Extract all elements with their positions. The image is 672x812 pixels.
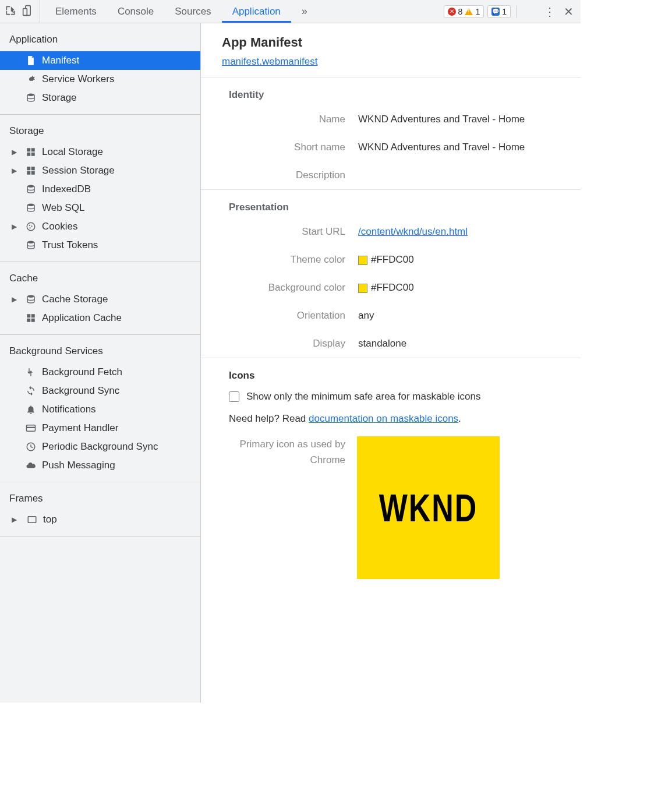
svg-rect-9 <box>27 171 30 175</box>
maskable-checkbox-row: Show only the minimum safe area for mask… <box>229 386 581 407</box>
svg-rect-19 <box>27 314 30 317</box>
field-value: WKND Adventures and Travel - Home <box>358 114 525 125</box>
icons-heading: Icons <box>201 358 581 386</box>
disclosure-triangle-icon[interactable]: ▶ <box>12 295 17 303</box>
field-start-url: Start URL /content/wknd/us/en.html <box>201 218 581 246</box>
sidebar-item-trust-tokens[interactable]: Trust Tokens <box>0 236 200 255</box>
disclosure-triangle-icon[interactable]: ▶ <box>12 516 17 524</box>
sidebar-item-manifest[interactable]: Manifest <box>0 51 200 70</box>
field-value: standalone <box>358 338 406 349</box>
disclosure-triangle-icon[interactable]: ▶ <box>12 167 17 175</box>
page-title: App Manifest <box>201 35 581 56</box>
disclosure-triangle-icon[interactable]: ▶ <box>12 223 17 231</box>
sidebar-item-notifications[interactable]: Notifications <box>0 400 200 419</box>
field-value: any <box>358 310 374 322</box>
sidebar-item-cache-storage[interactable]: ▶ Cache Storage <box>0 290 200 309</box>
field-value: WKND Adventures and Travel - Home <box>358 142 525 153</box>
database-icon <box>26 203 36 213</box>
tab-overflow-icon[interactable]: » <box>296 5 313 17</box>
field-label: Background color <box>201 282 358 294</box>
checkbox-label: Show only the minimum safe area for mask… <box>246 391 481 403</box>
status-badges: ✕ 8 1 💬 1 ⋮ ✕ <box>444 5 581 19</box>
svg-point-14 <box>29 225 30 226</box>
color-value: #FFDC00 <box>371 282 414 293</box>
sidebar-section-frames: Frames ▶ top <box>0 482 200 536</box>
sidebar-item-frame-top[interactable]: ▶ top <box>0 510 200 529</box>
manifest-file-link[interactable]: manifest.webmanifest <box>201 56 581 77</box>
svg-rect-5 <box>27 153 30 156</box>
tab-sources[interactable]: Sources <box>164 0 221 23</box>
error-count: 8 <box>458 7 463 16</box>
field-value: #FFDC00 <box>358 254 414 266</box>
close-devtools-icon[interactable]: ✕ <box>564 5 574 19</box>
issues-badge[interactable]: 💬 1 <box>487 5 511 18</box>
error-warning-badge[interactable]: ✕ 8 1 <box>444 5 484 18</box>
sidebar-item-push-messaging[interactable]: Push Messaging <box>0 456 200 475</box>
sidebar-item-payment-handler[interactable]: Payment Handler <box>0 419 200 437</box>
database-icon <box>26 294 36 305</box>
sidebar-item-periodic-sync[interactable]: Periodic Background Sync <box>0 437 200 456</box>
maskable-safe-area-checkbox[interactable] <box>229 391 239 402</box>
tab-console[interactable]: Console <box>107 0 164 23</box>
field-label: Start URL <box>201 226 358 238</box>
fetch-icon <box>26 367 36 377</box>
manifest-panel: App Manifest manifest.webmanifest Identi… <box>201 23 581 702</box>
field-value: #FFDC00 <box>358 282 414 294</box>
sidebar-item-cookies[interactable]: ▶ Cookies <box>0 217 200 236</box>
sidebar-item-label: Periodic Background Sync <box>42 441 158 453</box>
sidebar-item-bg-sync[interactable]: Background Sync <box>0 382 200 400</box>
sidebar-item-label: Session Storage <box>42 165 115 176</box>
bell-icon <box>26 404 36 415</box>
sync-icon <box>26 386 36 396</box>
start-url-link[interactable]: /content/wknd/us/en.html <box>358 226 468 237</box>
tab-application[interactable]: Application <box>222 0 291 23</box>
svg-point-17 <box>27 241 34 244</box>
sidebar-item-session-storage[interactable]: ▶ Session Storage <box>0 161 200 180</box>
maskable-docs-link[interactable]: documentation on maskable icons <box>309 413 458 424</box>
svg-rect-8 <box>31 167 35 170</box>
field-name: Name WKND Adventures and Travel - Home <box>201 105 581 133</box>
field-short-name: Short name WKND Adventures and Travel - … <box>201 133 581 161</box>
svg-rect-1 <box>23 8 27 15</box>
more-menu-icon[interactable]: ⋮ <box>544 6 556 17</box>
sidebar-heading: Frames <box>0 489 200 510</box>
issues-icon: 💬 <box>491 8 500 16</box>
sidebar-item-label: Cache Storage <box>42 294 108 305</box>
sidebar-item-label: Push Messaging <box>42 460 115 471</box>
frame-icon <box>27 514 37 525</box>
sidebar-item-bg-fetch[interactable]: Background Fetch <box>0 363 200 382</box>
error-icon: ✕ <box>448 8 456 16</box>
sidebar-item-storage[interactable]: Storage <box>0 89 200 107</box>
field-orientation: Orientation any <box>201 302 581 330</box>
sidebar-section-bg-services: Background Services Background Fetch Bac… <box>0 335 200 482</box>
sidebar-item-indexeddb[interactable]: IndexedDB <box>0 180 200 199</box>
svg-point-13 <box>27 223 35 231</box>
sidebar-item-label: Payment Handler <box>42 422 118 434</box>
sidebar-item-local-storage[interactable]: ▶ Local Storage <box>0 143 200 161</box>
field-label: Name <box>201 114 358 125</box>
sidebar-item-application-cache[interactable]: Application Cache <box>0 309 200 327</box>
svg-rect-20 <box>31 314 35 317</box>
sidebar-item-label: Service Workers <box>42 73 114 85</box>
tab-elements[interactable]: Elements <box>45 0 107 23</box>
disclosure-triangle-icon[interactable]: ▶ <box>12 148 17 156</box>
inspect-element-icon[interactable] <box>5 5 16 19</box>
issues-count: 1 <box>502 7 507 16</box>
device-toggle-icon[interactable] <box>22 5 34 19</box>
sidebar-item-label: Background Sync <box>42 385 119 397</box>
cookie-icon <box>26 221 36 232</box>
sidebar-heading: Application <box>0 30 200 51</box>
sidebar-item-websql[interactable]: Web SQL <box>0 199 200 217</box>
svg-rect-3 <box>27 148 30 151</box>
sidebar-item-service-workers[interactable]: Service Workers <box>0 70 200 89</box>
settings-icon[interactable] <box>525 5 536 18</box>
svg-rect-4 <box>31 148 35 151</box>
field-label: Description <box>201 170 358 181</box>
field-display: Display standalone <box>201 330 581 358</box>
color-swatch-icon <box>358 284 367 293</box>
cloud-icon <box>26 460 36 471</box>
primary-icon-row: Primary icon as used by Chrome WKND <box>229 430 581 579</box>
sidebar-item-label: Notifications <box>42 404 96 415</box>
svg-rect-6 <box>31 153 35 156</box>
sidebar-section-application: Application Manifest Service Workers Sto… <box>0 23 200 115</box>
